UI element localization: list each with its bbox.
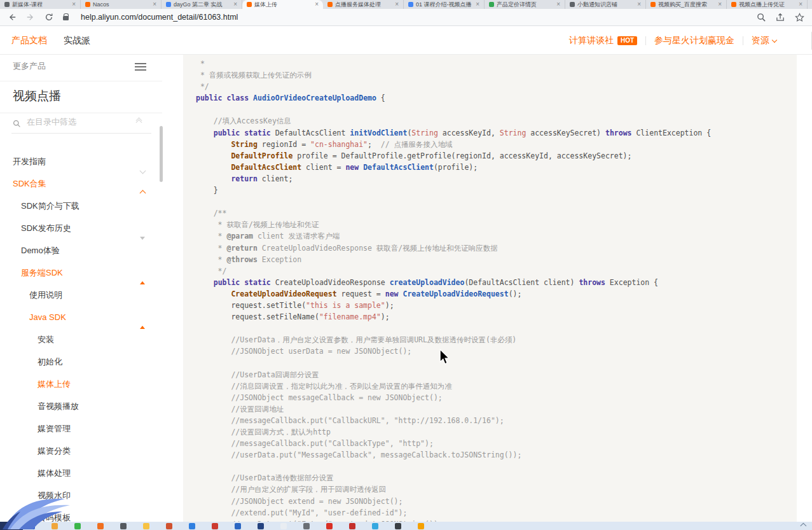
code-line: //消息回调设置，指定时以此为准，否则以全局设置的事件通知为准 [196,380,711,392]
tab-close-icon[interactable]: × [637,1,641,8]
tab-favicon [408,2,413,7]
taskbar-icon[interactable] [326,523,333,529]
browser-tab[interactable]: 媒体上传× [242,0,323,9]
sidebar-item-demo[interactable]: Demo体验 [0,239,162,262]
sidebar-item-java-sdk[interactable]: Java SDK [0,306,162,328]
tab-label: 视频购买_百度搜索 [658,1,715,9]
sidebar-scrollbar[interactable] [160,126,163,182]
tab-close-icon[interactable]: × [233,1,237,8]
nav-lecture-link[interactable]: 计算讲谈社HOT [569,35,637,46]
forward-icon[interactable] [26,13,35,22]
url-text[interactable]: help.aliyun.com/document_detail/61063.ht… [81,13,747,22]
code-lines: * * 音频或视频获取上传凭证的示例 */public class AudioO… [196,58,711,530]
tray-chevron-icon[interactable] [800,523,806,529]
tab-label: 视频点播上传凭证 [739,1,796,9]
sidebar-item-label: 媒资管理 [38,424,71,433]
browser-tab[interactable]: dayGo 第二章 实战× [162,0,242,9]
tab-close-icon[interactable]: × [395,1,399,8]
code-line: * 音频或视频获取上传凭证的示例 [196,69,711,81]
sidebar-item-av-playback[interactable]: 音视频播放 [0,395,162,417]
bookmark-star-icon[interactable] [795,13,804,22]
browser-tab[interactable]: 新媒体-课程× [0,0,81,9]
tab-close-icon[interactable]: × [799,1,802,8]
tab-label: dayGo 第二章 实战 [174,1,231,9]
zoom-icon[interactable] [757,13,766,22]
browser-tab-strip: 新媒体-课程×Nacos×dayGo 第二章 实战×媒体上传×点播服务媒体处理×… [0,0,812,9]
sidebar-item-media-processing[interactable]: 媒体处理 [0,462,162,484]
taskbar-icon[interactable] [143,523,149,529]
taskbar-icon[interactable] [258,523,264,529]
browser-tab[interactable]: 视频点播上传凭证× [727,0,808,9]
sidebar-item-sdk-intro-download[interactable]: SDK简介与下载 [0,195,162,217]
nav-product-docs[interactable]: 产品文档 [11,35,47,46]
back-icon[interactable] [8,13,17,22]
share-icon[interactable] [776,13,785,22]
tab-label: 新媒体-课程 [12,1,69,9]
sidebar-item-label: 开发指南 [13,157,46,166]
tab-favicon [731,2,736,7]
taskbar-icon[interactable] [235,523,241,529]
taskbar-icon[interactable] [97,523,104,529]
taskbar[interactable] [0,522,812,530]
sidebar-item-sdk-collection[interactable]: SDK合集 [0,172,162,195]
code-line: DefaultAcsClient client = new DefaultAcs… [196,162,711,173]
taskbar-icon[interactable] [395,523,401,529]
taskbar-icon[interactable] [189,523,195,529]
tab-close-icon[interactable]: × [72,1,76,8]
sidebar-item-usage-notes[interactable]: 使用说明 [0,284,162,306]
collapse-all-icon[interactable] [137,118,141,125]
taskbar-icon[interactable] [280,523,287,529]
tab-favicon [570,2,575,7]
code-line: //userData.put("MessageCallback", messag… [196,449,711,461]
browser-tab[interactable]: 产品定价详情页× [485,0,565,9]
menu-icon[interactable] [135,63,146,71]
sidebar-item-media-asset-mgmt[interactable]: 媒资管理 [0,417,162,440]
tab-label: Nacos [93,1,150,8]
nav-resources-dropdown[interactable]: 资源 [752,35,776,46]
taskbar-icon[interactable] [418,523,424,529]
refresh-icon[interactable] [45,13,53,22]
browser-tab[interactable]: 小鹅通知识店铺× [565,0,646,9]
tab-close-icon[interactable]: × [153,1,156,8]
code-line: * @param client 发送请求客户端 [196,230,711,242]
code-line: String regionId = "cn-shanghai"; // 点播服务… [196,139,711,150]
sidebar-item-media-upload[interactable]: 媒体上传 [0,373,162,395]
code-line: */ [196,265,711,277]
taskbar-icon[interactable] [166,523,172,529]
sidebar-menu: 开发指南SDK合集SDK简介与下载SDK发布历史Demo体验服务端SDK使用说明… [0,150,162,529]
tab-close-icon[interactable]: × [556,1,560,8]
browser-tab[interactable]: 点播服务媒体处理× [323,0,404,9]
code-line: request.setTitle("this is a sample"); [196,300,711,311]
tab-close-icon[interactable]: × [718,1,722,8]
sidebar-item-sdk-release-history[interactable]: SDK发布历史 [0,217,162,239]
tab-favicon [166,2,171,7]
code-line [196,196,711,207]
taskbar-icon[interactable] [120,523,127,529]
browser-tab[interactable]: 视频购买_百度搜索× [646,0,727,9]
more-products-label[interactable]: 更多产品 [13,60,46,72]
divider [0,113,162,113]
code-line: //JSONObject extend = new JSONObject(); [196,496,711,507]
sidebar-item-init[interactable]: 初始化 [0,351,162,373]
nav-shizhanpai[interactable]: 实战派 [64,35,90,46]
taskbar-icon[interactable] [303,523,310,529]
toc-filter-input[interactable] [27,117,122,127]
sidebar-item-label: 安装 [38,335,54,344]
sidebar-item-label: SDK合集 [13,179,46,188]
tab-close-icon[interactable]: × [315,1,319,8]
taskbar-icon[interactable] [372,523,378,529]
taskbar-icon[interactable] [212,523,218,529]
taskbar-icon[interactable] [349,523,355,529]
browser-tab[interactable]: Nacos× [81,0,162,9]
sidebar-item-media-asset-category[interactable]: 媒资分类 [0,440,162,462]
sidebar-item-install[interactable]: 安装 [0,328,162,351]
sidebar-item-label: SDK简介与下载 [21,201,79,211]
browser-tab[interactable]: 01 课程介绍-视频点播× [404,0,485,9]
browser-toolbar: help.aliyun.com/document_detail/61063.ht… [0,9,812,26]
nav-spark-link[interactable]: 参与星火计划赢现金 [654,35,734,46]
tab-favicon [4,2,10,7]
sidebar-item-server-sdk[interactable]: 服务端SDK [0,262,162,284]
tab-label: 01 课程介绍-视频点播 [416,1,473,9]
tab-close-icon[interactable]: × [476,1,479,8]
sidebar-item-dev-guide[interactable]: 开发指南 [0,150,162,172]
